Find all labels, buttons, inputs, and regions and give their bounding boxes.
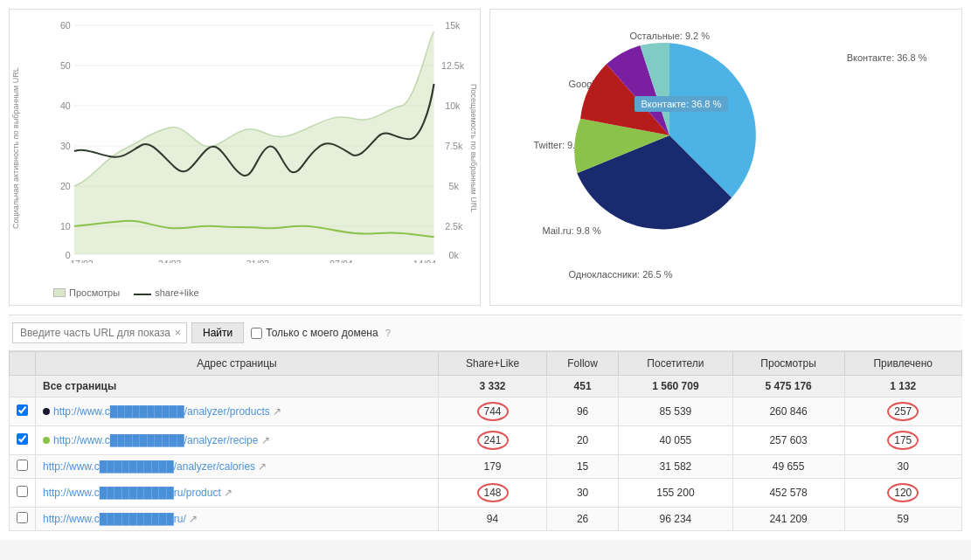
y-axis-left-label: Социальная активность по выбранным URL xyxy=(11,27,24,270)
row-checkbox-cell xyxy=(10,455,36,479)
row-share: 744 xyxy=(439,398,547,426)
table-row: http://www.c██████████/analyzer/recipe ↗… xyxy=(10,426,962,455)
table-row: http://www.c██████████ru/ ↗942696 234241… xyxy=(10,508,962,531)
external-link-icon: ↗ xyxy=(221,487,232,499)
attracted-circled: 120 xyxy=(887,483,919,502)
row-visitors: 85 539 xyxy=(619,398,733,426)
external-link-icon: ↗ xyxy=(186,513,198,525)
svg-text:07/04: 07/04 xyxy=(329,259,353,263)
row-follow: 26 xyxy=(547,508,619,531)
row-follow: 96 xyxy=(547,398,619,426)
url-text: Все страницы xyxy=(43,380,116,392)
row-follow: 30 xyxy=(547,479,619,508)
row-visitors: 96 234 xyxy=(619,508,733,531)
th-views: Просмотры xyxy=(732,352,844,376)
row-views: 452 578 xyxy=(732,479,844,508)
svg-text:50: 50 xyxy=(60,61,71,71)
row-url[interactable]: http://www.c██████████/analyzer/calories… xyxy=(36,455,439,479)
pie-chart-area: Вконтакте: 36.8 % Вконтакте: 36.8 % Одно… xyxy=(489,9,962,306)
row-visitors: 40 055 xyxy=(619,426,733,455)
svg-text:30: 30 xyxy=(60,142,71,151)
table-row: http://www.c██████████/analyzer/calories… xyxy=(10,455,962,479)
th-attracted: Привлечено xyxy=(844,352,962,376)
line-chart-svg: 60 50 40 30 20 10 0 15k 12.5k 10k 7.5k 5… xyxy=(45,18,471,263)
svg-text:20: 20 xyxy=(60,182,71,191)
svg-text:24/03: 24/03 xyxy=(158,259,182,263)
row-url[interactable]: http://www.c██████████/analyzer/products… xyxy=(36,398,439,426)
row-checkbox[interactable] xyxy=(17,512,28,523)
svg-text:10: 10 xyxy=(60,222,71,232)
table-row: http://www.c██████████ru/product ↗148301… xyxy=(10,479,962,508)
th-url: Адрес страницы xyxy=(36,352,439,376)
domain-filter-label: Только с моего домена xyxy=(266,327,378,339)
row-attracted: 1 132 xyxy=(844,376,962,398)
row-url[interactable]: http://www.c██████████ru/product ↗ xyxy=(36,479,439,508)
attracted-circled: 175 xyxy=(887,431,919,450)
filter-bar: × Найти Только с моего домена ? xyxy=(9,315,962,351)
row-share: 241 xyxy=(439,426,547,455)
row-checkbox[interactable] xyxy=(17,460,28,471)
row-views: 49 655 xyxy=(732,455,844,479)
url-dot xyxy=(43,437,50,444)
data-table: Адрес страницы Share+Like Follow Посетит… xyxy=(9,351,962,531)
row-follow: 451 xyxy=(547,376,619,398)
help-icon: ? xyxy=(385,328,391,338)
th-follow: Follow xyxy=(547,352,619,376)
share-circled: 241 xyxy=(477,431,509,450)
row-attracted: 30 xyxy=(844,455,962,479)
url-filter-input[interactable] xyxy=(12,322,187,343)
svg-text:17/03: 17/03 xyxy=(70,259,94,263)
row-checkbox[interactable] xyxy=(17,486,28,497)
row-url[interactable]: http://www.c██████████/analyzer/recipe ↗ xyxy=(36,426,439,455)
row-checkbox-cell xyxy=(10,398,36,426)
th-visitors: Посетители xyxy=(619,352,733,376)
row-checkbox[interactable] xyxy=(17,404,28,416)
row-attracted: 175 xyxy=(844,426,962,455)
line-chart: Социальная активность по выбранным URL П… xyxy=(9,9,481,306)
row-views: 241 209 xyxy=(732,508,844,531)
row-attracted: 120 xyxy=(844,479,962,508)
svg-text:40: 40 xyxy=(60,101,71,111)
row-visitors: 31 582 xyxy=(619,455,733,479)
row-checkbox-cell xyxy=(10,479,36,508)
row-visitors: 155 200 xyxy=(619,479,733,508)
pie-tooltip: Вконтакте: 36.8 % xyxy=(635,96,729,112)
row-checkbox[interactable] xyxy=(17,433,28,445)
domain-filter-checkbox[interactable]: Только с моего домена xyxy=(251,327,378,339)
search-btn[interactable]: Найти xyxy=(191,322,244,343)
row-share: 148 xyxy=(439,479,547,508)
row-visitors: 1 560 709 xyxy=(619,376,733,398)
row-follow: 15 xyxy=(547,455,619,479)
clear-filter-btn[interactable]: × xyxy=(175,327,181,339)
table-row: Все страницы3 3324511 560 7095 475 1761 … xyxy=(10,376,962,398)
share-circled: 148 xyxy=(477,483,509,502)
row-views: 257 603 xyxy=(732,426,844,455)
url-text: http://www.c██████████ru/ xyxy=(43,513,186,525)
pie-chart-svg xyxy=(560,26,779,245)
url-text: http://www.c██████████/analyzer/calories xyxy=(43,460,255,473)
svg-text:60: 60 xyxy=(60,21,71,31)
row-views: 5 475 176 xyxy=(732,376,844,398)
pie-label-odnoklassniki: Одноклассники: 26.5 % xyxy=(569,269,673,280)
domain-checkbox-input[interactable] xyxy=(251,328,262,339)
row-attracted: 59 xyxy=(844,508,962,531)
legend-share-label: share+like xyxy=(155,287,198,298)
table-header-row: Адрес страницы Share+Like Follow Посетит… xyxy=(10,352,962,376)
row-url[interactable]: http://www.c██████████ru/ ↗ xyxy=(36,508,439,531)
url-text: http://www.c██████████/analyzer/products xyxy=(53,405,270,418)
row-checkbox-cell xyxy=(10,376,36,398)
url-text: http://www.c██████████/analyzer/recipe xyxy=(53,434,258,446)
th-checkbox xyxy=(10,352,36,376)
y-axis-right-label: Посещаемость по выбранным URL xyxy=(466,27,478,270)
table-row: http://www.c██████████/analyzer/products… xyxy=(10,398,962,426)
share-circled: 744 xyxy=(477,402,509,421)
row-share: 94 xyxy=(439,508,547,531)
pie-label-vkontakte: Вконтакте: 36.8 % xyxy=(847,52,927,63)
external-link-icon: ↗ xyxy=(258,434,269,446)
row-views: 260 846 xyxy=(732,398,844,426)
svg-text:14/04: 14/04 xyxy=(413,259,437,263)
row-url: Все страницы xyxy=(36,376,439,398)
row-checkbox-cell xyxy=(10,426,36,455)
url-text: http://www.c██████████ru/product xyxy=(43,487,221,499)
row-share: 3 332 xyxy=(439,376,547,398)
